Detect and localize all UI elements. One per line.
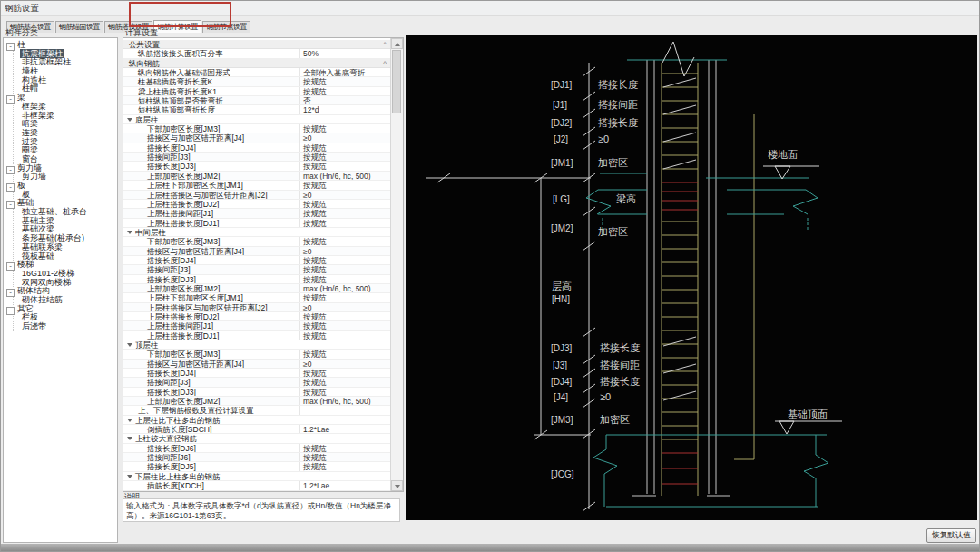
setting-value[interactable]: 按规范 [299, 321, 391, 330]
group-triangle-icon[interactable] [127, 118, 132, 122]
setting-row[interactable]: 搭接长度[DJ3]按规范 [123, 388, 391, 397]
setting-value[interactable]: 否 [299, 96, 391, 104]
setting-value[interactable]: 按规范 [299, 77, 391, 85]
scroll-up-arrow-icon[interactable] [391, 38, 403, 49]
tab-钢筋节点设置[interactable]: 钢筋节点设置 [202, 21, 250, 33]
setting-group[interactable]: 底层柱 [123, 115, 391, 124]
setting-row[interactable]: 上层柱搭接长度[DJ2]按规范 [123, 312, 391, 321]
setting-value[interactable]: 按规范 [299, 293, 391, 301]
tab-钢筋锚固设置[interactable]: 钢筋锚固设置 [55, 21, 103, 33]
scroll-down-arrow-icon[interactable] [391, 480, 403, 491]
setting-row[interactable]: 上部加密区长度[JM2]max (Hn/6, hc, 500) [123, 172, 391, 181]
setting-value[interactable]: ≥0 [299, 360, 391, 368]
scrollbar-thumb[interactable] [392, 50, 401, 113]
setting-row[interactable]: 搭接区与加密区错开距离[J4]≥0 [123, 133, 391, 143]
setting-row[interactable]: 上层柱搭接长度[DJ2]按规范 [123, 200, 391, 209]
expand-collapse-icon[interactable]: - [6, 183, 15, 192]
expand-collapse-icon[interactable]: - [6, 166, 15, 174]
setting-group[interactable]: 下层柱比上柱多出的钢筋 [123, 472, 391, 481]
setting-row[interactable]: 搭接长度[DJ4]按规范 [123, 369, 391, 378]
setting-row[interactable]: 搭接长度[DJ5]按规范 [123, 462, 391, 471]
setting-value[interactable]: 按规范 [299, 350, 391, 358]
setting-group[interactable]: 顶层柱 [123, 340, 391, 350]
setting-value[interactable]: 按规范 [299, 237, 391, 245]
setting-value[interactable]: 按规范 [299, 87, 391, 95]
setting-value[interactable]: 按规范 [299, 275, 391, 283]
setting-section[interactable]: 纵向钢筋^ [123, 59, 391, 68]
setting-value[interactable]: 按规范 [299, 369, 391, 377]
setting-row[interactable]: 搭接区与加密区错开距离[J4]≥0 [123, 247, 391, 256]
setting-row[interactable]: 搭接长度[DJ6]按规范 [123, 444, 391, 453]
tree-item-板[interactable]: 板 [20, 191, 117, 200]
setting-section[interactable]: 公共设置^ [123, 40, 391, 49]
setting-value[interactable]: 按规范 [299, 162, 391, 170]
setting-value[interactable] [299, 406, 391, 414]
setting-value[interactable]: 按规范 [299, 209, 391, 217]
restore-defaults-button[interactable]: 恢复默认值 [926, 528, 976, 543]
vertical-scrollbar[interactable] [390, 38, 403, 491]
setting-row[interactable]: 上、下层钢筋根数及直径计算设置 [123, 406, 391, 415]
setting-value[interactable]: 按规范 [299, 256, 391, 264]
setting-value[interactable]: ≥0 [299, 247, 391, 255]
setting-value[interactable]: 按规范 [299, 388, 391, 396]
setting-row[interactable]: 搭接长度[DJ4]按规范 [123, 143, 391, 153]
setting-row[interactable]: 上层柱下部加密区长度[JM1]按规范 [123, 181, 391, 190]
setting-group[interactable]: 上层柱比下柱多出的钢筋 [123, 416, 391, 425]
setting-row[interactable]: 搭接长度[DJ3]按规范 [123, 162, 391, 171]
group-triangle-icon[interactable] [127, 475, 132, 478]
window-titlebar[interactable]: 钢筋设置 [1, 1, 979, 16]
setting-value[interactable]: 按规范 [299, 312, 391, 320]
setting-row[interactable]: 上层柱搭接间距[J1]按规范 [123, 209, 391, 218]
setting-row[interactable]: 梁上柱插筋弯折长度K1按规范 [123, 87, 391, 96]
collapse-chevron-icon[interactable]: ^ [383, 59, 387, 68]
setting-row[interactable]: 搭接长度[DJ4]按规范 [123, 256, 391, 265]
setting-group[interactable]: 上柱较大直径钢筋 [123, 434, 391, 443]
tree-item-后浇带[interactable]: 后浇带 [20, 322, 117, 331]
setting-value[interactable]: max (Hn/6, hc, 500) [299, 397, 391, 405]
setting-row[interactable]: 短柱纵筋顶部弯折长度12*d [123, 105, 391, 114]
setting-row[interactable]: 上层柱搭接区与加密区错开距离[J2]≥0 [123, 303, 391, 312]
setting-row[interactable]: 上部加密区长度[JM2]max (Hn/6, hc, 500) [123, 397, 391, 406]
setting-value[interactable]: ≥0 [299, 133, 391, 142]
setting-row[interactable]: 搭接间距[J6]按规范 [123, 453, 391, 462]
group-triangle-icon[interactable] [127, 437, 132, 440]
setting-row[interactable]: 短柱纵筋顶部是否带弯折否 [123, 96, 391, 105]
tree-item-砌体拉结筋[interactable]: 砌体拉结筋 [20, 296, 117, 305]
setting-value[interactable]: 全部伸入基底弯折 [299, 68, 391, 76]
tree-item-筏板基础[interactable]: 筏板基础 [20, 252, 117, 261]
setting-row[interactable]: 搭接长度[DJ3]按规范 [123, 275, 391, 284]
setting-value[interactable]: 按规范 [299, 453, 391, 461]
expand-collapse-icon[interactable]: - [6, 43, 15, 51]
setting-group[interactable]: 中间层柱 [123, 228, 391, 237]
setting-row[interactable]: 搭接间距[J3]按规范 [123, 153, 391, 162]
setting-value[interactable]: max (Hn/6, hc, 500) [299, 284, 391, 292]
setting-row[interactable]: 倒插筋长度[SDCH]1.2*Lae [123, 425, 391, 434]
setting-value[interactable]: ≥0 [299, 191, 391, 199]
setting-value[interactable]: 按规范 [299, 219, 391, 227]
setting-row[interactable]: 下部加密区长度[JM3]按规范 [123, 124, 391, 133]
expand-collapse-icon[interactable]: - [6, 201, 15, 209]
tab-钢筋计算设置[interactable]: 钢筋计算设置 [153, 20, 201, 33]
setting-value[interactable]: 按规范 [299, 200, 391, 208]
setting-value[interactable]: 12*d [299, 105, 391, 113]
setting-value[interactable]: 按规范 [299, 462, 391, 470]
group-triangle-icon[interactable] [127, 343, 132, 347]
setting-row[interactable]: 上层柱搭接区与加密区错开距离[J2]≥0 [123, 191, 391, 200]
expand-collapse-icon[interactable]: - [6, 95, 15, 104]
setting-value[interactable]: 1.2*Lae [299, 425, 391, 433]
setting-value[interactable]: 按规范 [299, 124, 391, 133]
setting-value[interactable]: 50% [299, 49, 391, 57]
tree-item-剪力墙[interactable]: 剪力墙 [20, 172, 117, 182]
setting-value[interactable]: 按规范 [299, 444, 391, 452]
setting-value[interactable]: 按规范 [299, 181, 391, 189]
setting-row[interactable]: 纵向钢筋伸入基础锚固形式全部伸入基底弯折 [123, 68, 391, 77]
setting-row[interactable]: 搭接间距[J3]按规范 [123, 378, 391, 387]
setting-value[interactable]: 按规范 [299, 378, 391, 386]
setting-value[interactable]: 1.2*Lae [299, 481, 391, 489]
setting-row[interactable]: 纵筋搭接接头面积百分率50% [123, 49, 391, 58]
expand-collapse-icon[interactable]: - [6, 289, 15, 297]
setting-row[interactable]: 下部加密区长度[JM3]按规范 [123, 237, 391, 246]
setting-row[interactable]: 上层柱下部加密区长度[JM1]按规范 [123, 293, 391, 302]
setting-row[interactable]: 搭接区与加密区错开距离[J4]≥0 [123, 360, 391, 369]
setting-value[interactable]: 按规范 [299, 265, 391, 273]
